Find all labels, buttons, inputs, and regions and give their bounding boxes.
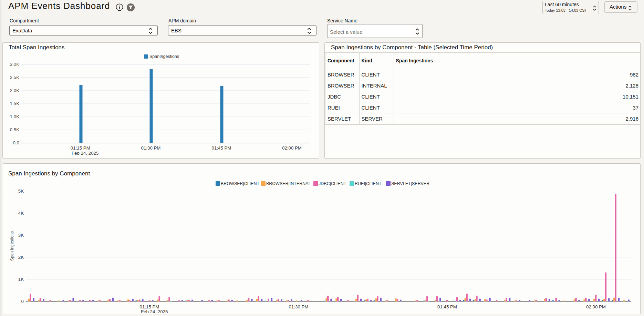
svg-text:BROWSER|CLIENT: BROWSER|CLIENT	[221, 181, 260, 186]
svg-text:1.5K: 1.5K	[10, 101, 19, 106]
svg-text:0.0: 0.0	[13, 140, 20, 145]
svg-text:Feb 24, 2025: Feb 24, 2025	[141, 309, 168, 314]
svg-text:01:30 PM: 01:30 PM	[289, 304, 309, 309]
svg-text:RUEI|CLIENT: RUEI|CLIENT	[355, 181, 382, 186]
svg-text:Span Ingestions: Span Ingestions	[10, 231, 14, 261]
svg-text:0.5K: 0.5K	[10, 127, 19, 132]
svg-text:01:15 PM: 01:15 PM	[71, 145, 90, 151]
svg-text:3K: 3K	[18, 233, 24, 238]
svg-text:01:45 PM: 01:45 PM	[212, 145, 231, 151]
svg-text:3.0K: 3.0K	[10, 62, 19, 67]
svg-text:1.0K: 1.0K	[10, 114, 19, 119]
svg-text:02:00 PM: 02:00 PM	[282, 145, 302, 151]
svg-text:4K: 4K	[18, 211, 24, 216]
svg-text:1K: 1K	[18, 277, 24, 282]
svg-text:01:30 PM: 01:30 PM	[141, 145, 161, 151]
svg-text:0: 0	[21, 299, 24, 304]
svg-text:2K: 2K	[18, 255, 24, 260]
svg-text:i: i	[119, 5, 120, 10]
svg-text:SERVLET|SERVER: SERVLET|SERVER	[391, 181, 429, 186]
svg-text:2.5K: 2.5K	[10, 75, 19, 80]
svg-text:Feb 24, 2025: Feb 24, 2025	[72, 151, 98, 156]
svg-text:01:45 PM: 01:45 PM	[437, 304, 457, 309]
svg-text:JDBC|CLIENT: JDBC|CLIENT	[319, 181, 346, 186]
svg-text:02:00 PM: 02:00 PM	[586, 304, 606, 309]
svg-text:01:15 PM: 01:15 PM	[140, 304, 159, 309]
svg-text:5K: 5K	[18, 188, 24, 194]
svg-text:2.0K: 2.0K	[10, 88, 19, 93]
svg-text:BROWSER|INTERNAL: BROWSER|INTERNAL	[266, 181, 311, 186]
svg-text:SpanIngestions: SpanIngestions	[149, 54, 179, 59]
